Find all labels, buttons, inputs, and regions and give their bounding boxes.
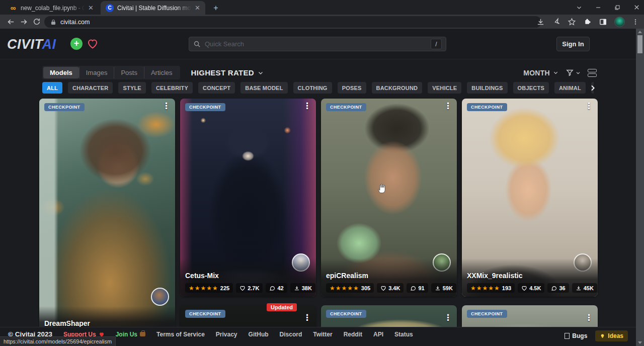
footer-link-reddit[interactable]: Reddit (344, 331, 362, 338)
likes-count: 3.4K (388, 285, 400, 291)
comments-count: 91 (418, 285, 424, 291)
category-chip[interactable]: ANIMAL (554, 82, 586, 94)
sort-dropdown[interactable]: HIGHEST RATED (191, 68, 264, 77)
card-menu-icon[interactable]: ⋮ (444, 313, 452, 322)
scrollbar-down-arrow[interactable] (638, 341, 642, 344)
tab-title: Civitai | Stable Diffusion models, (117, 5, 191, 12)
extensions-puzzle-icon[interactable] (583, 18, 592, 26)
scrollbar-up-arrow[interactable] (638, 31, 642, 33)
likes-pill: 4.5K (518, 283, 544, 293)
search-input[interactable] (205, 40, 431, 48)
tab-posts[interactable]: Posts (114, 67, 144, 78)
category-chip[interactable]: BUILDINGS (467, 82, 507, 94)
browser-menu-kebab-icon[interactable] (632, 18, 639, 26)
model-card-dreamshaper[interactable]: CHECKPOINT ⋮ DreamShaper (39, 99, 175, 335)
tab-search-chevron-icon[interactable] (576, 5, 582, 11)
lightbulb-icon (600, 333, 605, 339)
window-maximize-button[interactable] (614, 5, 620, 11)
tab-articles[interactable]: Articles (144, 67, 179, 78)
footer-link-github[interactable]: GitHub (249, 331, 269, 338)
civitai-logo[interactable]: CIVITAI (7, 37, 56, 52)
model-title: DreamShaper (44, 319, 170, 327)
favorites-heart-icon[interactable] (87, 38, 99, 50)
category-chip[interactable]: OBJECTS (513, 82, 549, 94)
card-menu-icon[interactable]: ⋮ (585, 102, 593, 110)
card-overlay: XXMix_9realistic ★★★★★ 193 4.5K 36 (462, 258, 598, 297)
category-chip-all[interactable]: ALL (42, 82, 62, 94)
forward-button[interactable] (17, 18, 30, 26)
address-bar[interactable]: civitai.com (44, 16, 541, 28)
download-icon[interactable] (536, 18, 545, 26)
card-stats-row: ★★★★★ 193 4.5K 36 45K (467, 283, 593, 293)
footer-link-api[interactable]: API (373, 331, 383, 338)
civitai-favicon-icon: C (106, 4, 114, 12)
card-menu-icon[interactable]: ⋮ (585, 313, 593, 322)
tab-close-icon[interactable]: ✕ (88, 4, 94, 12)
footer-link-privacy[interactable]: Privacy (216, 331, 237, 338)
bookmark-star-icon[interactable] (568, 18, 576, 26)
model-card-cetus-mix[interactable]: CHECKPOINT ⋮ Cetus-Mix ★★★★★ 225 2.7K 42 (180, 99, 316, 297)
window-minimize-button[interactable] (595, 5, 601, 11)
page-scrollbar[interactable] (636, 29, 644, 346)
content-nav-row: Models Images Posts Articles HIGHEST RAT… (42, 66, 597, 79)
rating-count: 193 (502, 285, 511, 291)
chevron-down-icon (576, 70, 581, 75)
quick-search-box[interactable]: / (189, 37, 446, 51)
window-close-button[interactable] (633, 4, 640, 11)
status-url-text: https://civitai.com/models/25694/epicrea… (4, 338, 112, 344)
share-icon[interactable] (552, 18, 560, 26)
new-tab-button[interactable]: + (211, 4, 220, 13)
category-chip[interactable]: CLOTHING (293, 82, 332, 94)
chips-scroll-right-icon[interactable] (588, 83, 598, 93)
lock-icon (50, 19, 56, 25)
model-type-badge: CHECKPOINT (326, 310, 366, 318)
rating-pill: ★★★★★ 225 (185, 283, 233, 293)
category-chip[interactable]: BACKGROUND (372, 82, 423, 94)
bugs-link[interactable]: Bugs (565, 332, 587, 339)
reload-button[interactable] (30, 18, 43, 26)
category-chip[interactable]: CHARACTER (68, 82, 113, 94)
category-chip[interactable]: POSES (338, 82, 366, 94)
likes-pill: 3.4K (377, 283, 404, 293)
model-card-xxmix[interactable]: CHECKPOINT ⋮ XXMix_9realistic ★★★★★ 193 … (462, 99, 598, 297)
scrollbar-thumb[interactable] (637, 35, 642, 53)
model-title: XXMix_9realistic (467, 272, 593, 280)
layout-toggle-icon[interactable] (588, 69, 597, 77)
chevron-down-icon (553, 70, 558, 75)
browser-tab-colab[interactable]: ∞ new_colab_file.ipynb - Colaborat ✕ (4, 1, 99, 15)
card-stats-row: ★★★★★ 305 3.4K 91 59K (326, 283, 452, 293)
tab-close-icon[interactable]: ✕ (195, 4, 200, 12)
side-panel-icon[interactable] (599, 18, 607, 26)
back-button[interactable] (4, 18, 17, 26)
card-menu-icon[interactable]: ⋮ (303, 313, 311, 322)
category-chip[interactable]: VEHICLE (428, 82, 461, 94)
downloads-count: 59K (443, 285, 453, 291)
downloads-count: 38K (302, 285, 312, 291)
category-chip[interactable]: CELEBRITY (151, 82, 193, 94)
creator-avatar[interactable] (151, 288, 169, 306)
tab-models[interactable]: Models (43, 67, 79, 78)
comments-pill: 42 (266, 283, 287, 293)
ideas-button[interactable]: Ideas (595, 330, 628, 341)
browser-profile-avatar[interactable] (614, 17, 625, 27)
footer-link-status[interactable]: Status (394, 331, 413, 338)
footer-link-twitter[interactable]: Twitter (313, 331, 332, 338)
upload-plus-button[interactable]: + (70, 38, 83, 50)
category-chip[interactable]: CONCEPT (198, 82, 235, 94)
card-menu-icon[interactable]: ⋮ (162, 102, 171, 110)
browser-tab-civitai[interactable]: C Civitai | Stable Diffusion models, ✕ (101, 1, 205, 15)
category-chip[interactable]: BASE MODEL (240, 82, 287, 94)
model-card-epicrealism[interactable]: CHECKPOINT ⋮ epiCRealism ★★★★★ 305 3.4K … (321, 99, 457, 297)
tab-images[interactable]: Images (79, 67, 114, 78)
star-icons: ★★★★★ (470, 285, 500, 292)
filter-dropdown[interactable] (566, 68, 581, 77)
card-menu-icon[interactable]: ⋮ (303, 102, 311, 110)
sign-in-button[interactable]: Sign In (556, 37, 590, 51)
period-dropdown[interactable]: MONTH (523, 69, 558, 77)
footer-link-join-us[interactable]: Join Us (116, 331, 145, 338)
category-chip[interactable]: STYLE (118, 82, 145, 94)
model-title: Cetus-Mix (185, 272, 311, 280)
card-menu-icon[interactable]: ⋮ (444, 102, 452, 110)
footer-link-discord[interactable]: Discord (280, 331, 302, 338)
footer-link-terms[interactable]: Terms of Service (156, 331, 205, 338)
